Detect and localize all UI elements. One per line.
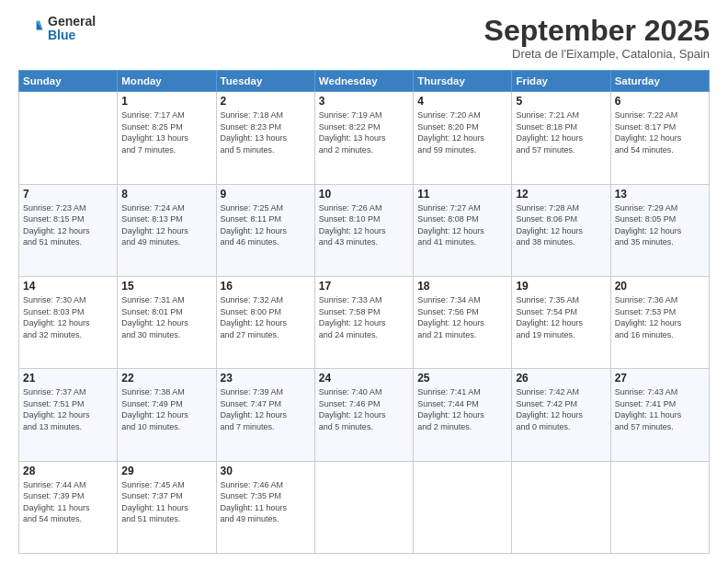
calendar-cell: 19Sunrise: 7:35 AMSunset: 7:54 PMDayligh… [512, 276, 610, 368]
day-number: 8 [121, 188, 211, 201]
day-number: 7 [23, 188, 113, 201]
day-info: Sunrise: 7:43 AMSunset: 7:41 PMDaylight:… [615, 386, 705, 432]
weekday-header-friday: Friday [512, 71, 610, 92]
calendar-cell: 13Sunrise: 7:29 AMSunset: 8:05 PMDayligh… [610, 184, 709, 276]
logo-text: General Blue [48, 15, 96, 43]
calendar-cell [610, 461, 709, 553]
day-info: Sunrise: 7:37 AMSunset: 7:51 PMDaylight:… [23, 386, 113, 432]
calendar-cell: 9Sunrise: 7:25 AMSunset: 8:11 PMDaylight… [216, 184, 314, 276]
calendar-cell: 2Sunrise: 7:18 AMSunset: 8:23 PMDaylight… [216, 92, 314, 184]
calendar-cell: 18Sunrise: 7:34 AMSunset: 7:56 PMDayligh… [414, 276, 512, 368]
day-number: 24 [319, 372, 409, 385]
calendar-cell: 3Sunrise: 7:19 AMSunset: 8:22 PMDaylight… [314, 92, 413, 184]
day-number: 10 [319, 188, 409, 201]
day-info: Sunrise: 7:31 AMSunset: 8:01 PMDaylight:… [121, 294, 211, 340]
day-info: Sunrise: 7:24 AMSunset: 8:13 PMDaylight:… [121, 202, 211, 248]
day-number: 27 [615, 372, 705, 385]
day-info: Sunrise: 7:22 AMSunset: 8:17 PMDaylight:… [615, 109, 705, 155]
weekday-header-row: SundayMondayTuesdayWednesdayThursdayFrid… [19, 71, 710, 92]
day-number: 19 [516, 280, 606, 293]
logo-general: General [48, 15, 96, 29]
day-info: Sunrise: 7:40 AMSunset: 7:46 PMDaylight:… [319, 386, 409, 432]
calendar-cell: 1Sunrise: 7:17 AMSunset: 8:25 PMDaylight… [118, 92, 216, 184]
day-number: 14 [23, 280, 113, 293]
day-number: 2 [221, 95, 311, 108]
day-number: 28 [23, 465, 113, 477]
calendar-cell: 27Sunrise: 7:43 AMSunset: 7:41 PMDayligh… [610, 369, 709, 461]
weekday-header-tuesday: Tuesday [216, 71, 314, 92]
day-info: Sunrise: 7:35 AMSunset: 7:54 PMDaylight:… [516, 294, 606, 340]
day-info: Sunrise: 7:23 AMSunset: 8:15 PMDaylight:… [23, 202, 113, 248]
calendar-cell: 11Sunrise: 7:27 AMSunset: 8:08 PMDayligh… [414, 184, 512, 276]
day-number: 23 [221, 372, 311, 385]
day-number: 15 [121, 280, 211, 293]
calendar-cell: 4Sunrise: 7:20 AMSunset: 8:20 PMDaylight… [414, 92, 512, 184]
calendar-week-1: 1Sunrise: 7:17 AMSunset: 8:25 PMDaylight… [19, 92, 710, 184]
calendar-cell: 28Sunrise: 7:44 AMSunset: 7:39 PMDayligh… [19, 461, 118, 553]
calendar-cell: 16Sunrise: 7:32 AMSunset: 8:00 PMDayligh… [216, 276, 314, 368]
weekday-header-thursday: Thursday [414, 71, 512, 92]
day-info: Sunrise: 7:45 AMSunset: 7:37 PMDaylight:… [121, 479, 211, 525]
header: General Blue September 2025 Dreta de l'E… [18, 15, 710, 61]
day-number: 26 [516, 372, 606, 385]
day-info: Sunrise: 7:17 AMSunset: 8:25 PMDaylight:… [121, 109, 211, 155]
day-number: 29 [121, 465, 211, 477]
day-info: Sunrise: 7:38 AMSunset: 7:49 PMDaylight:… [121, 386, 211, 432]
day-info: Sunrise: 7:25 AMSunset: 8:11 PMDaylight:… [221, 202, 311, 248]
day-number: 11 [417, 188, 507, 201]
calendar-cell: 24Sunrise: 7:40 AMSunset: 7:46 PMDayligh… [314, 369, 413, 461]
day-info: Sunrise: 7:36 AMSunset: 7:53 PMDaylight:… [615, 294, 705, 340]
day-info: Sunrise: 7:29 AMSunset: 8:05 PMDaylight:… [615, 202, 705, 248]
calendar-cell: 26Sunrise: 7:42 AMSunset: 7:42 PMDayligh… [512, 369, 610, 461]
weekday-header-saturday: Saturday [610, 71, 709, 92]
calendar-cell [414, 461, 512, 553]
logo: General Blue [18, 15, 96, 43]
day-number: 6 [615, 95, 705, 108]
day-number: 5 [516, 95, 606, 108]
day-info: Sunrise: 7:41 AMSunset: 7:44 PMDaylight:… [417, 386, 507, 432]
logo-blue: Blue [48, 29, 96, 42]
calendar-cell: 17Sunrise: 7:33 AMSunset: 7:58 PMDayligh… [314, 276, 413, 368]
calendar-cell: 7Sunrise: 7:23 AMSunset: 8:15 PMDaylight… [19, 184, 118, 276]
calendar-cell: 23Sunrise: 7:39 AMSunset: 7:47 PMDayligh… [216, 369, 314, 461]
calendar-cell: 12Sunrise: 7:28 AMSunset: 8:06 PMDayligh… [512, 184, 610, 276]
calendar-week-2: 7Sunrise: 7:23 AMSunset: 8:15 PMDaylight… [19, 184, 710, 276]
calendar-cell: 20Sunrise: 7:36 AMSunset: 7:53 PMDayligh… [610, 276, 709, 368]
calendar-week-4: 21Sunrise: 7:37 AMSunset: 7:51 PMDayligh… [19, 369, 710, 461]
calendar-cell: 10Sunrise: 7:26 AMSunset: 8:10 PMDayligh… [314, 184, 413, 276]
calendar-cell: 21Sunrise: 7:37 AMSunset: 7:51 PMDayligh… [19, 369, 118, 461]
day-number: 13 [615, 188, 705, 201]
calendar-cell: 22Sunrise: 7:38 AMSunset: 7:49 PMDayligh… [118, 369, 216, 461]
day-number: 21 [23, 372, 113, 385]
day-info: Sunrise: 7:26 AMSunset: 8:10 PMDaylight:… [319, 202, 409, 248]
day-number: 12 [516, 188, 606, 201]
day-info: Sunrise: 7:32 AMSunset: 8:00 PMDaylight:… [221, 294, 311, 340]
calendar-week-3: 14Sunrise: 7:30 AMSunset: 8:03 PMDayligh… [19, 276, 710, 368]
day-number: 20 [615, 280, 705, 293]
location-subtitle: Dreta de l'Eixample, Catalonia, Spain [484, 47, 710, 61]
day-info: Sunrise: 7:46 AMSunset: 7:35 PMDaylight:… [221, 479, 311, 525]
month-title: September 2025 [484, 15, 710, 47]
calendar-cell [19, 92, 118, 184]
day-number: 17 [319, 280, 409, 293]
logo-icon [18, 16, 44, 41]
calendar-week-5: 28Sunrise: 7:44 AMSunset: 7:39 PMDayligh… [19, 461, 710, 553]
day-number: 22 [121, 372, 211, 385]
calendar-cell: 8Sunrise: 7:24 AMSunset: 8:13 PMDaylight… [118, 184, 216, 276]
calendar-cell [314, 461, 413, 553]
day-info: Sunrise: 7:42 AMSunset: 7:42 PMDaylight:… [516, 386, 606, 432]
day-info: Sunrise: 7:33 AMSunset: 7:58 PMDaylight:… [319, 294, 409, 340]
day-number: 4 [417, 95, 507, 108]
day-number: 9 [221, 188, 311, 201]
weekday-header-monday: Monday [118, 71, 216, 92]
title-block: September 2025 Dreta de l'Eixample, Cata… [484, 15, 710, 61]
calendar-cell: 30Sunrise: 7:46 AMSunset: 7:35 PMDayligh… [216, 461, 314, 553]
day-number: 1 [121, 95, 211, 108]
day-number: 3 [319, 95, 409, 108]
day-info: Sunrise: 7:44 AMSunset: 7:39 PMDaylight:… [23, 479, 113, 525]
day-info: Sunrise: 7:34 AMSunset: 7:56 PMDaylight:… [417, 294, 507, 340]
day-info: Sunrise: 7:28 AMSunset: 8:06 PMDaylight:… [516, 202, 606, 248]
calendar-cell: 14Sunrise: 7:30 AMSunset: 8:03 PMDayligh… [19, 276, 118, 368]
day-info: Sunrise: 7:27 AMSunset: 8:08 PMDaylight:… [417, 202, 507, 248]
day-number: 30 [221, 465, 311, 477]
